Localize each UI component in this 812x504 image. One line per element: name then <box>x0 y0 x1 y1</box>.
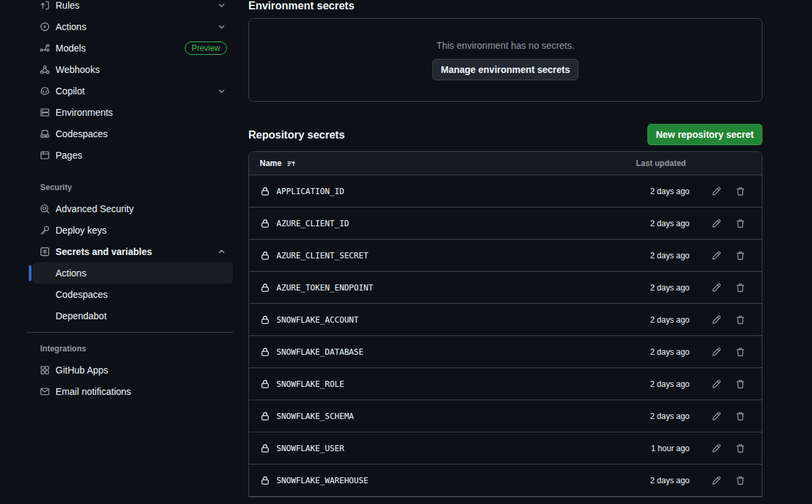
delete-secret-button[interactable] <box>735 443 746 454</box>
secret-updated: 2 days ago <box>636 251 689 260</box>
sidebar-item-label: Pages <box>56 150 233 161</box>
delete-secret-button[interactable] <box>735 315 746 325</box>
secret-updated: 2 days ago <box>636 380 689 389</box>
repository-secrets-header: Repository secrets New repository secret <box>248 124 762 145</box>
secret-name-cell: SNOWFLAKE_ACCOUNT <box>260 315 636 325</box>
sidebar-item-codespaces[interactable]: Codespaces <box>27 123 233 145</box>
pencil-icon <box>711 475 722 486</box>
edit-secret-button[interactable] <box>711 379 722 390</box>
rules-icon <box>39 0 50 11</box>
sidebar-item-label: Deploy keys <box>56 225 233 236</box>
pencil-icon <box>711 315 722 325</box>
sidebar-item-advanced-security[interactable]: Advanced Security <box>27 198 233 220</box>
lock-icon <box>260 282 270 293</box>
edit-secret-button[interactable] <box>711 315 722 325</box>
sidebar-item-github-apps[interactable]: GitHub Apps <box>27 359 233 381</box>
secret-name-cell: AZURE_CLIENT_SECRET <box>260 250 636 261</box>
delete-secret-button[interactable] <box>735 218 746 229</box>
lock-icon <box>260 347 270 357</box>
delete-secret-button[interactable] <box>735 411 746 422</box>
manage-environment-secrets-button[interactable]: Manage environment secrets <box>432 59 579 80</box>
delete-secret-button[interactable] <box>735 282 746 293</box>
lock-icon <box>260 250 270 261</box>
sidebar-item-label: Models <box>56 43 185 54</box>
sidebar-item-label: Secrets and variables <box>56 246 216 257</box>
sidebar-subitem-dependabot[interactable]: Dependabot <box>32 305 233 327</box>
secret-updated: 2 days ago <box>636 476 689 485</box>
main-content: Environment secrets This environment has… <box>248 0 762 497</box>
repository-secrets-title: Repository secrets <box>248 129 345 141</box>
sidebar-item-rules[interactable]: Rules <box>27 0 233 16</box>
sidebar-subitem-codespaces[interactable]: Codespaces <box>32 284 233 305</box>
asterisk-box-icon <box>39 246 50 257</box>
secret-name: SNOWFLAKE_ROLE <box>276 380 344 389</box>
secret-name: AZURE_CLIENT_ID <box>276 219 349 228</box>
trash-icon <box>735 250 746 261</box>
sidebar-item-webhooks[interactable]: Webhooks <box>27 59 233 80</box>
play-icon <box>39 21 50 32</box>
selected-indicator-bar <box>29 265 31 281</box>
trash-icon <box>735 218 746 229</box>
secret-row: AZURE_CLIENT_ID 2 days ago <box>249 207 762 240</box>
lock-icon <box>260 315 270 325</box>
models-icon <box>39 43 50 54</box>
trash-icon <box>735 443 746 454</box>
copilot-icon <box>39 86 50 96</box>
sidebar-item-pages[interactable]: Pages <box>27 145 233 166</box>
secret-name-cell: APPLICATION_ID <box>260 186 636 197</box>
secret-name-cell: SNOWFLAKE_USER <box>260 443 636 454</box>
secret-actions <box>689 218 751 229</box>
secret-updated: 2 days ago <box>636 315 689 325</box>
sidebar-item-actions[interactable]: Actions <box>27 16 233 37</box>
browser-icon <box>39 150 50 161</box>
webhook-icon <box>39 64 50 75</box>
secret-name-cell: SNOWFLAKE_WAREHOUSE <box>260 475 636 486</box>
edit-secret-button[interactable] <box>711 475 722 486</box>
edit-secret-button[interactable] <box>711 250 722 261</box>
edit-secret-button[interactable] <box>711 411 722 422</box>
secret-name: AZURE_TOKEN_ENDPOINT <box>276 283 374 292</box>
delete-secret-button[interactable] <box>735 379 746 390</box>
edit-secret-button[interactable] <box>711 218 722 229</box>
repository-secrets-table: Name Last updated APPLICATION_ID 2 days … <box>248 151 762 497</box>
sidebar-item-copilot[interactable]: Copilot <box>27 80 233 102</box>
secret-name: SNOWFLAKE_SCHEMA <box>276 412 354 421</box>
sidebar-item-environments[interactable]: Environments <box>27 102 233 123</box>
edit-secret-button[interactable] <box>711 186 722 197</box>
sidebar-item-models[interactable]: Models Preview <box>27 37 233 59</box>
sidebar-item-label: Advanced Security <box>56 203 233 214</box>
secret-row: SNOWFLAKE_DATABASE 2 days ago <box>249 336 762 368</box>
secret-actions <box>689 315 751 325</box>
sidebar-subitem-actions[interactable]: Actions <box>32 262 233 284</box>
edit-secret-button[interactable] <box>711 282 722 293</box>
secret-row: SNOWFLAKE_SCHEMA 2 days ago <box>249 400 762 432</box>
settings-sidebar: Rules Actions Models Preview Webhooks Co… <box>27 0 233 402</box>
sort-ascending-icon <box>287 159 296 168</box>
delete-secret-button[interactable] <box>735 186 746 197</box>
secret-name-cell: SNOWFLAKE_DATABASE <box>260 347 636 357</box>
pencil-icon <box>711 411 722 422</box>
table-header-row: Name Last updated <box>249 152 762 175</box>
secret-updated: 2 days ago <box>636 187 689 196</box>
delete-secret-button[interactable] <box>735 475 746 486</box>
sidebar-item-secrets-and-variables[interactable]: Secrets and variables <box>27 241 233 262</box>
pencil-icon <box>711 218 722 229</box>
pencil-icon <box>711 347 722 357</box>
secret-updated: 2 days ago <box>636 283 689 292</box>
delete-secret-button[interactable] <box>735 347 746 357</box>
trash-icon <box>735 186 746 197</box>
delete-secret-button[interactable] <box>735 250 746 261</box>
edit-secret-button[interactable] <box>711 347 722 357</box>
secret-row: SNOWFLAKE_ROLE 2 days ago <box>249 368 762 400</box>
secret-updated: 2 days ago <box>636 347 689 357</box>
sidebar-item-deploy-keys[interactable]: Deploy keys <box>27 220 233 241</box>
secret-actions <box>689 475 751 486</box>
trash-icon <box>735 315 746 325</box>
column-header-name[interactable]: Name <box>260 159 636 168</box>
sidebar-item-email-notifications[interactable]: Email notifications <box>27 381 233 402</box>
new-repository-secret-button[interactable]: New repository secret <box>647 124 762 145</box>
secret-updated: 2 days ago <box>636 412 689 421</box>
edit-secret-button[interactable] <box>711 443 722 454</box>
secret-row: SNOWFLAKE_ACCOUNT 2 days ago <box>249 304 762 336</box>
secret-name: AZURE_CLIENT_SECRET <box>276 251 368 260</box>
